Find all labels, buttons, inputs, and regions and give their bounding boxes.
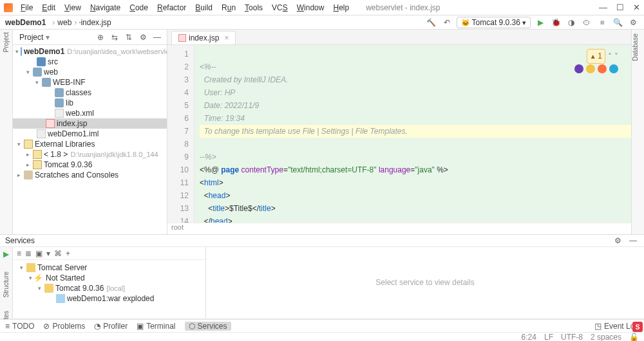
run-button[interactable]: ▶ bbox=[535, 17, 546, 28]
collapse-all-icon[interactable]: ≣ bbox=[25, 249, 32, 258]
coverage-icon[interactable]: ◑ bbox=[565, 17, 577, 28]
profile-icon[interactable]: ⏲ bbox=[581, 17, 592, 28]
menu-window[interactable]: Window bbox=[293, 2, 328, 14]
tree-iml[interactable]: webDemo1.iml bbox=[13, 129, 167, 139]
expand-icon[interactable]: ⇅ bbox=[123, 32, 135, 43]
jsp-icon bbox=[46, 119, 55, 128]
tool-project[interactable]: Project bbox=[3, 32, 10, 52]
tool-problems[interactable]: ⊘ Problems bbox=[43, 322, 85, 331]
chevron-down-icon[interactable]: ˅ bbox=[614, 50, 618, 63]
maximize-button[interactable]: ☐ bbox=[616, 3, 624, 12]
tool-terminal[interactable]: ▣ Terminal bbox=[137, 322, 175, 331]
services-run-button[interactable]: ▶ bbox=[1, 250, 12, 259]
xml-file-icon bbox=[55, 109, 64, 118]
tree-root[interactable]: ▾webDemo1D:\ruanjian\idea_work\webservle… bbox=[13, 46, 167, 57]
editor-breadcrumb[interactable]: root bbox=[167, 223, 631, 234]
search-icon[interactable]: 🔍 bbox=[612, 17, 623, 28]
tree-lib[interactable]: lib bbox=[13, 98, 167, 108]
ie-icon[interactable] bbox=[574, 64, 583, 73]
services-placeholder: Select service to view details bbox=[206, 247, 644, 318]
tomcat-icon bbox=[44, 284, 53, 293]
breadcrumb-file[interactable]: index.jsp bbox=[80, 18, 111, 27]
tomcat-icon bbox=[33, 160, 42, 169]
back-icon[interactable]: ↶ bbox=[441, 17, 453, 28]
tree-web[interactable]: ▾web bbox=[13, 67, 167, 77]
menu-edit[interactable]: Edit bbox=[38, 2, 59, 14]
tree-classes[interactable]: classes bbox=[13, 88, 167, 98]
line-gutter: 1234567891011121314 bbox=[167, 45, 194, 223]
jsp-icon bbox=[178, 34, 186, 42]
gear-icon[interactable]: ⚙ bbox=[612, 235, 623, 246]
module-icon bbox=[21, 47, 22, 56]
run-config-selector[interactable]: 🐱 Tomcat 9.0.36 ▾ bbox=[457, 17, 531, 28]
status-lineend[interactable]: LF bbox=[544, 333, 553, 342]
menu-run[interactable]: Run bbox=[218, 2, 240, 14]
menu-code[interactable]: Code bbox=[126, 2, 152, 14]
hide-icon[interactable]: — bbox=[151, 32, 163, 43]
tool-profiler[interactable]: ◔ Profiler bbox=[94, 322, 128, 331]
sv-artifact[interactable]: webDemo1:war exploded bbox=[15, 293, 203, 304]
status-indent[interactable]: 2 spaces bbox=[591, 333, 621, 342]
filter-icon[interactable]: ▾ bbox=[46, 249, 50, 258]
tree-extlib[interactable]: ▾External Libraries bbox=[13, 139, 167, 149]
sv-instance[interactable]: ▾Tomcat 9.0.36[local] bbox=[15, 283, 203, 293]
edge-icon[interactable] bbox=[609, 64, 618, 73]
group-icon[interactable]: ▣ bbox=[35, 249, 43, 258]
minimize-button[interactable]: — bbox=[599, 3, 607, 12]
gear-icon[interactable]: ⚙ bbox=[137, 32, 149, 43]
services-title: Services bbox=[5, 236, 35, 245]
tree-webinf[interactable]: ▾WEB-INF bbox=[13, 77, 167, 88]
collapse-icon[interactable]: ⇆ bbox=[109, 32, 120, 43]
menu-help[interactable]: Help bbox=[329, 2, 353, 14]
window-title: webservlet - index.jsp bbox=[366, 3, 440, 12]
hide-icon[interactable]: — bbox=[627, 235, 639, 246]
chrome-icon[interactable] bbox=[586, 64, 595, 73]
close-button[interactable]: ✕ bbox=[633, 3, 640, 12]
status-lock-icon[interactable]: 🔓 bbox=[629, 333, 639, 342]
tree-scratches[interactable]: ▸Scratches and Consoles bbox=[13, 170, 167, 180]
project-panel-title: Project bbox=[19, 33, 43, 42]
code-editor[interactable]: <%-- Created by IntelliJ IDEA. User: HP … bbox=[194, 45, 631, 223]
settings-icon[interactable]: ⚙ bbox=[627, 17, 639, 28]
warning-badge[interactable]: ▲ 1 bbox=[587, 49, 605, 64]
firefox-icon[interactable] bbox=[598, 64, 607, 73]
app-logo-icon bbox=[4, 3, 13, 12]
target-icon[interactable]: ⊕ bbox=[95, 32, 106, 43]
tree-indexjsp[interactable]: index.jsp bbox=[13, 118, 167, 129]
chevron-up-icon[interactable]: ˄ bbox=[608, 50, 612, 63]
ime-indicator-icon[interactable]: S bbox=[632, 322, 643, 332]
expand-all-icon[interactable]: ≡ bbox=[17, 249, 21, 258]
tool-services[interactable]: ⬡ Services bbox=[185, 322, 231, 331]
menu-navigate[interactable]: Navigate bbox=[86, 2, 124, 14]
status-encoding[interactable]: UTF-8 bbox=[561, 333, 583, 342]
tree-tomcat[interactable]: ▸Tomcat 9.0.36 bbox=[13, 160, 167, 170]
close-tab-icon[interactable]: × bbox=[224, 33, 229, 42]
menu-view[interactable]: View bbox=[61, 2, 85, 14]
menu-refactor[interactable]: Refactor bbox=[153, 2, 190, 14]
editor-tab-indexjsp[interactable]: index.jsp × bbox=[171, 31, 236, 44]
menu-tools[interactable]: Tools bbox=[241, 2, 267, 14]
library-icon bbox=[24, 140, 33, 149]
menu-vcs[interactable]: VCS bbox=[268, 2, 292, 14]
tree-src[interactable]: src bbox=[13, 57, 167, 67]
tree-icon[interactable]: ⌘ bbox=[54, 249, 62, 258]
dropdown-icon[interactable]: ▾ bbox=[46, 33, 50, 42]
status-position[interactable]: 6:24 bbox=[522, 333, 536, 342]
sv-not-started[interactable]: ▾⚡Not Started bbox=[15, 273, 203, 283]
menu-build[interactable]: Build bbox=[191, 2, 216, 14]
tree-webxml[interactable]: web.xml bbox=[13, 108, 167, 118]
tool-database[interactable]: Database bbox=[632, 33, 639, 61]
breadcrumb-root[interactable]: webDemo1 bbox=[5, 18, 46, 27]
source-folder-icon bbox=[37, 57, 46, 66]
sv-tomcat-server[interactable]: ▾Tomcat Server bbox=[15, 263, 203, 273]
menu-file[interactable]: File bbox=[17, 2, 37, 14]
debug-button[interactable]: 🐞 bbox=[550, 17, 562, 28]
tree-jdk[interactable]: ▸< 1.8 >D:\ruanjian\jdk\jdk1.8.0_144 bbox=[13, 149, 167, 160]
add-icon[interactable]: + bbox=[66, 249, 70, 258]
jdk-icon bbox=[33, 150, 42, 159]
tool-todo[interactable]: ≡ TODO bbox=[5, 322, 34, 331]
breadcrumb-web[interactable]: web bbox=[57, 18, 71, 27]
tool-structure[interactable]: Structure bbox=[3, 272, 10, 298]
build-icon[interactable]: 🔨 bbox=[426, 17, 437, 28]
stop-button[interactable]: ■ bbox=[596, 17, 608, 28]
